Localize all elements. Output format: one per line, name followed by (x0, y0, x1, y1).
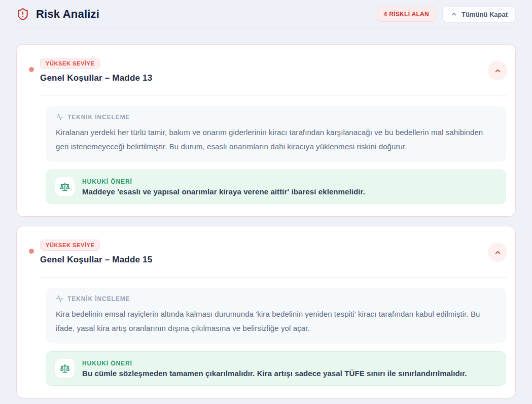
severity-badge: YÜKSEK SEVİYE (40, 240, 100, 251)
technical-review-text: Kira bedelinin emsal rayiçlerin altında … (56, 307, 496, 335)
chevron-up-icon (494, 67, 502, 75)
card-header[interactable]: YÜKSEK SEVİYE Genel Koşullar – Madde 13 (17, 45, 515, 83)
technical-review-label: TEKNİK İNCELEME (67, 114, 130, 121)
activity-pulse-icon (56, 113, 63, 121)
card-body: TEKNİK İNCELEME Kira bedelinin emsal ray… (17, 278, 515, 398)
card-header[interactable]: YÜKSEK SEVİYE Genel Koşullar – Madde 15 (17, 226, 515, 265)
card-body: TEKNİK İNCELEME Kiralanan yerdeki her tü… (17, 96, 515, 216)
risk-count-badge: 4 RİSKLİ ALAN (377, 7, 436, 22)
legal-advice-text: Bu cümle sözleşmeden tamamen çıkarılmalı… (82, 369, 467, 378)
card-header-main: YÜKSEK SEVİYE Genel Koşullar – Madde 15 (40, 240, 488, 265)
technical-review-label: TEKNİK İNCELEME (67, 295, 130, 302)
legal-advice-label: HUKUKİ ÖNERİ (82, 178, 365, 185)
technical-review-panel: TEKNİK İNCELEME Kira bedelinin emsal ray… (46, 288, 506, 344)
legal-advice-label: HUKUKİ ÖNERİ (82, 360, 467, 367)
chevron-up-icon (450, 11, 457, 18)
risk-level-dot (29, 67, 34, 72)
header-actions: 4 RİSKLİ ALAN Tümünü Kapat (377, 6, 516, 23)
collapse-card-button[interactable] (488, 243, 507, 262)
legal-icon-box (55, 177, 75, 196)
technical-review-header: TEKNİK İNCELEME (56, 113, 496, 121)
chevron-up-icon (494, 249, 502, 256)
severity-badge: YÜKSEK SEVİYE (40, 58, 100, 69)
risk-level-dot (29, 249, 34, 254)
collapse-all-label: Tümünü Kapat (462, 11, 508, 18)
risk-card-madde-15: YÜKSEK SEVİYE Genel Koşullar – Madde 15 … (16, 226, 516, 398)
risk-card-list: YÜKSEK SEVİYE Genel Koşullar – Madde 13 … (16, 44, 516, 398)
activity-pulse-icon (56, 295, 63, 302)
shield-alert-icon (16, 8, 29, 21)
scales-icon (60, 182, 70, 192)
technical-review-header: TEKNİK İNCELEME (56, 295, 496, 302)
legal-advice-panel: HUKUKİ ÖNERİ Bu cümle sözleşmeden tamame… (46, 351, 506, 386)
legal-advice-content: HUKUKİ ÖNERİ Bu cümle sözleşmeden tamame… (82, 360, 467, 378)
technical-review-text: Kiralanan yerdeki her türlü tamir, bakım… (56, 125, 496, 154)
card-title: Genel Koşullar – Madde 15 (40, 255, 488, 265)
legal-icon-box (55, 359, 75, 378)
risk-analysis-page: Risk Analizi 4 RİSKLİ ALAN Tümünü Kapat … (0, 0, 532, 398)
collapse-card-button[interactable] (488, 61, 507, 80)
risk-card-madde-13: YÜKSEK SEVİYE Genel Koşullar – Madde 13 … (16, 44, 516, 217)
technical-review-panel: TEKNİK İNCELEME Kiralanan yerdeki her tü… (46, 106, 506, 162)
header-title-group: Risk Analizi (16, 8, 99, 21)
legal-advice-panel: HUKUKİ ÖNERİ Maddeye 'esaslı ve yapısal … (46, 170, 506, 204)
card-title: Genel Koşullar – Madde 13 (40, 73, 488, 83)
scales-icon (60, 363, 70, 374)
page-title: Risk Analizi (36, 8, 99, 21)
page-header: Risk Analizi 4 RİSKLİ ALAN Tümünü Kapat (16, 0, 516, 29)
collapse-all-button[interactable]: Tümünü Kapat (442, 6, 516, 23)
card-header-main: YÜKSEK SEVİYE Genel Koşullar – Madde 13 (40, 58, 488, 83)
legal-advice-content: HUKUKİ ÖNERİ Maddeye 'esaslı ve yapısal … (82, 178, 365, 196)
legal-advice-text: Maddeye 'esaslı ve yapısal onarımlar kir… (82, 187, 365, 196)
